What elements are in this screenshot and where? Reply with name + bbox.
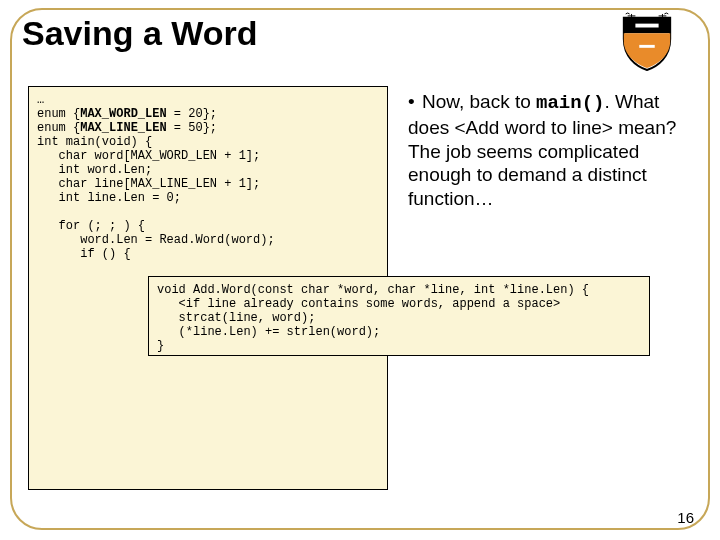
bullet-dot-icon: • — [408, 90, 422, 114]
princeton-crest-icon — [618, 12, 676, 72]
svg-rect-1 — [639, 45, 654, 48]
code-snippet: void Add.Word(const char *word, char *li… — [157, 283, 589, 353]
code-snippet-box: void Add.Word(const char *word, char *li… — [148, 276, 650, 356]
code-main: … enum {MAX_WORD_LEN = 20}; enum {MAX_LI… — [37, 93, 275, 275]
svg-rect-0 — [635, 24, 658, 28]
bullet-text: •Now, back to main(). What does <Add wor… — [408, 90, 690, 211]
bullet-pre: Now, back to — [422, 91, 536, 112]
slide-title: Saving a Word — [22, 14, 698, 53]
slide: Saving a Word •Now, back to main(). What… — [0, 0, 720, 540]
page-number: 16 — [677, 509, 694, 526]
bullet-mono: main() — [536, 92, 604, 114]
